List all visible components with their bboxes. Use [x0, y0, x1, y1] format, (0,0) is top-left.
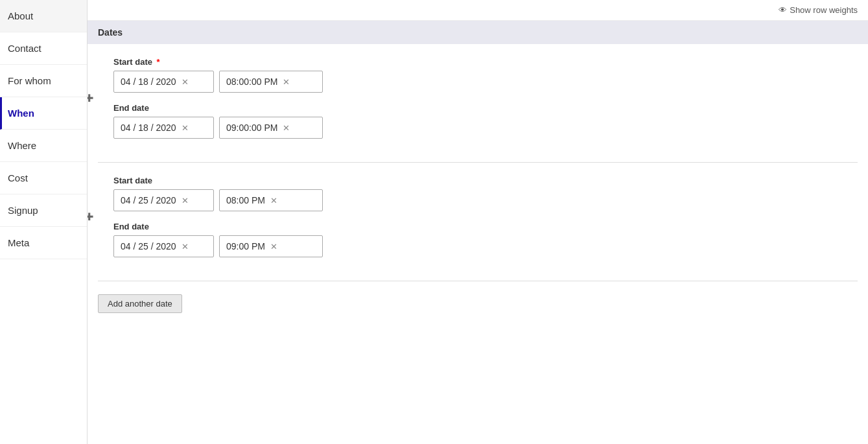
- start-date-input-1[interactable]: 04 / 18 / 2020 ✕: [113, 71, 214, 93]
- required-star-1: *: [157, 57, 160, 67]
- end-date-input-2[interactable]: 04 / 25 / 2020 ✕: [113, 235, 214, 257]
- start-date-label-2: Start date: [113, 176, 858, 185]
- sidebar-item-when-label: When: [8, 108, 34, 119]
- start-date-row-2: 04 / 25 / 2020 ✕ 08:00 PM ✕: [113, 189, 858, 211]
- eye-icon: 👁: [779, 5, 787, 15]
- start-date-clear-2[interactable]: ✕: [182, 196, 189, 205]
- sidebar-item-signup[interactable]: Signup: [0, 194, 87, 227]
- date-group-1-wrapper: ✚ Start date * 04 / 18 / 2020 ✕ 08:00:00…: [98, 57, 858, 139]
- end-date-clear-2[interactable]: ✕: [182, 242, 189, 251]
- sidebar-item-contact-label: Contact: [8, 43, 41, 54]
- drag-handle-2[interactable]: ✚: [88, 211, 93, 223]
- sidebar-item-meta-label: Meta: [8, 237, 29, 248]
- sidebar-item-cost-label: Cost: [8, 172, 28, 183]
- start-time-clear-2[interactable]: ✕: [270, 196, 277, 205]
- end-date-label-1: End date: [113, 103, 858, 113]
- end-time-clear-2[interactable]: ✕: [270, 242, 277, 251]
- end-time-input-2[interactable]: 09:00 PM ✕: [219, 235, 323, 257]
- start-date-group-2: Start date 04 / 25 / 2020 ✕ 08:00 PM ✕: [113, 176, 858, 211]
- start-date-clear-1[interactable]: ✕: [182, 77, 189, 87]
- end-date-group-1: End date 04 / 18 / 2020 ✕ 09:00:00 PM ✕: [113, 103, 858, 139]
- sidebar-item-where-label: Where: [8, 140, 36, 151]
- show-row-weights-link[interactable]: 👁 Show row weights: [779, 5, 858, 15]
- start-time-input-1[interactable]: 08:00:00 PM ✕: [219, 71, 323, 93]
- sidebar-item-contact[interactable]: Contact: [0, 32, 87, 65]
- drag-handle-1[interactable]: ✚: [88, 92, 93, 104]
- sidebar-item-about[interactable]: About: [0, 0, 87, 32]
- end-time-clear-1[interactable]: ✕: [283, 123, 290, 133]
- content-area: ✚ Start date * 04 / 18 / 2020 ✕ 08:00:00…: [88, 44, 868, 326]
- sidebar: About Contact For whom When Where Cost S…: [0, 0, 88, 444]
- sidebar-item-signup-label: Signup: [8, 205, 38, 216]
- sidebar-item-when[interactable]: When: [0, 97, 87, 130]
- start-date-row-1: 04 / 18 / 2020 ✕ 08:00:00 PM ✕: [113, 71, 858, 93]
- end-date-group-2: End date 04 / 25 / 2020 ✕ 09:00 PM ✕: [113, 222, 858, 257]
- date-group-2-wrapper: ✚ Start date 04 / 25 / 2020 ✕ 08:00 PM ✕: [98, 176, 858, 257]
- sidebar-item-cost[interactable]: Cost: [0, 162, 87, 194]
- top-bar: 👁 Show row weights: [88, 0, 868, 21]
- end-date-row-2: 04 / 25 / 2020 ✕ 09:00 PM ✕: [113, 235, 858, 257]
- sidebar-item-where[interactable]: Where: [0, 130, 87, 162]
- sidebar-item-about-label: About: [8, 10, 33, 21]
- start-time-input-2[interactable]: 08:00 PM ✕: [219, 189, 323, 211]
- date-group-1: ✚ Start date * 04 / 18 / 2020 ✕ 08:00:00…: [98, 44, 858, 163]
- main-content: 👁 Show row weights Dates ✚ Start date * …: [88, 0, 868, 444]
- sidebar-item-for-whom-label: For whom: [8, 75, 51, 86]
- start-date-label-1: Start date *: [113, 57, 858, 67]
- end-time-input-1[interactable]: 09:00:00 PM ✕: [219, 117, 323, 139]
- sidebar-item-for-whom[interactable]: For whom: [0, 65, 87, 97]
- show-row-weights-label: Show row weights: [790, 5, 858, 15]
- add-another-date-button[interactable]: Add another date: [98, 294, 182, 313]
- start-time-clear-1[interactable]: ✕: [283, 77, 290, 87]
- start-date-group-1: Start date * 04 / 18 / 2020 ✕ 08:00:00 P…: [113, 57, 858, 93]
- end-date-label-2: End date: [113, 222, 858, 231]
- dates-section-header: Dates: [88, 21, 868, 44]
- section-title: Dates: [98, 27, 123, 38]
- sidebar-item-meta[interactable]: Meta: [0, 227, 87, 259]
- end-date-input-1[interactable]: 04 / 18 / 2020 ✕: [113, 117, 214, 139]
- end-date-row-1: 04 / 18 / 2020 ✕ 09:00:00 PM ✕: [113, 117, 858, 139]
- date-group-2: ✚ Start date 04 / 25 / 2020 ✕ 08:00 PM ✕: [98, 163, 858, 281]
- start-date-input-2[interactable]: 04 / 25 / 2020 ✕: [113, 189, 214, 211]
- end-date-clear-1[interactable]: ✕: [182, 123, 189, 133]
